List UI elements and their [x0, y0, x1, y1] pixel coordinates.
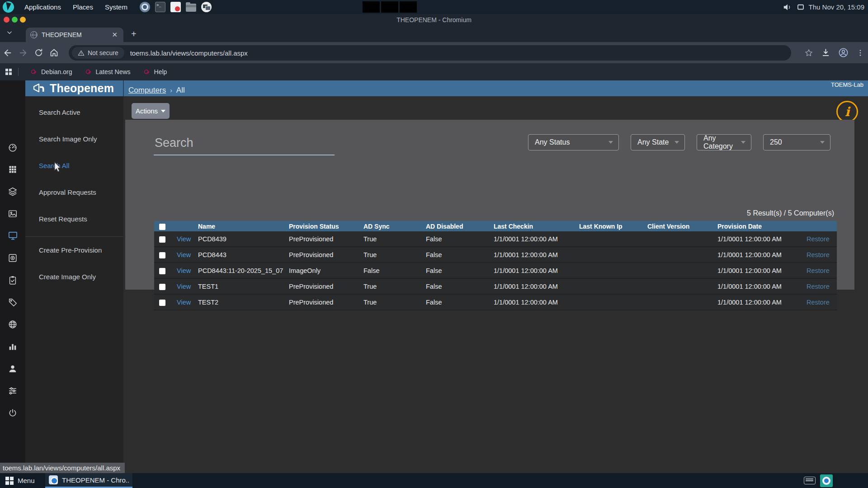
bookmark-debian-org[interactable]: Debian.org	[24, 68, 79, 75]
table-row: View TEST2 PreProvisioned True False 1/1…	[154, 295, 837, 310]
terminal-launcher-icon[interactable]: >_	[155, 2, 165, 12]
column-header-provision-date[interactable]: Provision Date	[716, 223, 805, 230]
taskbar-task-button[interactable]: THEOPENEM - Chro...	[45, 473, 132, 488]
column-header-last-checkin[interactable]: Last Checkin	[492, 223, 577, 230]
keyboard-icon[interactable]	[804, 477, 816, 484]
row-checkbox[interactable]	[159, 252, 165, 258]
category-filter[interactable]: Any Category	[697, 134, 751, 150]
workspace-3[interactable]	[400, 1, 417, 13]
volume-icon[interactable]	[783, 2, 793, 12]
search-input[interactable]	[154, 134, 335, 155]
user-icon[interactable]	[0, 357, 25, 380]
tag-icon[interactable]	[0, 291, 25, 313]
globe-icon[interactable]	[0, 313, 25, 335]
row-checkbox[interactable]	[159, 268, 165, 274]
disk-image-icon[interactable]	[0, 247, 25, 269]
chromium-launcher-icon[interactable]	[140, 2, 150, 12]
security-chip[interactable]: Not secure	[72, 47, 124, 59]
computers-monitor-icon[interactable]	[0, 225, 25, 247]
taskbar-tray	[804, 473, 833, 488]
image-frame-icon[interactable]	[0, 202, 25, 225]
view-link[interactable]: View	[175, 283, 196, 290]
forward-button[interactable]	[15, 48, 31, 58]
window-minimize-button[interactable]	[12, 17, 18, 23]
view-link[interactable]: View	[175, 299, 196, 306]
row-checkbox[interactable]	[159, 284, 165, 290]
text-editor-launcher-icon[interactable]	[170, 2, 181, 12]
page-size-filter[interactable]: 250	[763, 134, 830, 150]
restore-link[interactable]: Restore	[805, 299, 837, 306]
downloads-icon[interactable]	[821, 48, 830, 57]
back-button[interactable]	[0, 48, 15, 58]
tab-close-icon[interactable]: ✕	[110, 31, 119, 39]
bookmark-help[interactable]: Help	[137, 68, 174, 75]
profile-icon[interactable]	[838, 47, 849, 58]
column-header-client-version[interactable]: Client Version	[646, 223, 716, 230]
cell-provision-date: 1/1/0001 12:00:00 AM	[716, 251, 805, 258]
workspace-1[interactable]	[363, 1, 380, 13]
new-tab-button[interactable]: +	[131, 29, 137, 39]
browser-menu-icon[interactable]	[856, 49, 864, 57]
column-header-name[interactable]: Name	[196, 223, 287, 230]
url-text[interactable]: toems.lab.lan/views/computers/all.aspx	[130, 49, 248, 57]
view-link[interactable]: View	[175, 267, 196, 274]
window-close-button[interactable]	[4, 17, 9, 23]
power-icon[interactable]	[0, 402, 25, 424]
sidebar-item-search-active[interactable]: Search Active	[25, 99, 123, 126]
sidebar-item-approval-requests[interactable]: Approval Requests	[25, 179, 123, 206]
column-header-ad-sync[interactable]: AD Sync	[362, 223, 424, 230]
restore-link[interactable]: Restore	[805, 235, 837, 243]
sidebar-item-create-image-only[interactable]: Create Image Only	[25, 263, 123, 290]
select-all-checkbox[interactable]	[159, 224, 165, 230]
column-header-provision-status[interactable]: Provision Status	[287, 223, 362, 230]
column-header-last-known-ip[interactable]: Last Known Ip	[577, 223, 646, 230]
reload-button[interactable]	[31, 48, 46, 57]
taskbar-menu-button[interactable]: Menu	[0, 473, 40, 488]
applications-menu[interactable]: Applications	[19, 0, 67, 14]
sliders-icon[interactable]	[0, 380, 25, 402]
cell-provision-date: 1/1/0001 12:00:00 AM	[716, 235, 805, 243]
file-manager-launcher-icon[interactable]	[186, 4, 196, 12]
places-menu[interactable]: Places	[67, 0, 99, 14]
row-checkbox[interactable]	[159, 236, 165, 243]
column-header-ad-disabled[interactable]: AD Disabled	[424, 223, 492, 230]
display-settings-icon[interactable]	[797, 3, 805, 11]
distro-logo-icon[interactable]	[3, 1, 14, 13]
window-maximize-button[interactable]	[20, 17, 26, 23]
remote-viewer-launcher-icon[interactable]	[201, 2, 212, 12]
sidebar-item-create-pre-provision[interactable]: Create Pre-Provision	[25, 237, 123, 263]
home-button[interactable]	[46, 48, 61, 57]
sidebar-item-search-image-only[interactable]: Search Image Only	[25, 126, 123, 152]
address-bar[interactable]: Not secure toems.lab.lan/views/computers…	[69, 45, 791, 61]
cell-name: PCD8443	[196, 251, 287, 258]
clipboard-check-icon[interactable]	[0, 269, 25, 291]
mouse-cursor	[54, 162, 63, 174]
chromium-tray-icon[interactable]	[820, 474, 833, 487]
view-link[interactable]: View	[175, 235, 196, 243]
breadcrumb-computers-link[interactable]: Computers	[128, 86, 166, 95]
restore-link[interactable]: Restore	[805, 251, 837, 258]
apps-grid-icon[interactable]	[0, 158, 25, 180]
layers-icon[interactable]	[0, 180, 25, 202]
bookmark-latest-news[interactable]: Latest News	[79, 68, 137, 75]
panel-clock[interactable]: Thu Nov 20, 15:09	[809, 3, 864, 11]
actions-button[interactable]: Actions	[132, 103, 170, 119]
view-link[interactable]: View	[175, 251, 196, 258]
info-button[interactable]: i	[836, 101, 858, 122]
bar-chart-icon[interactable]	[0, 335, 25, 357]
status-filter[interactable]: Any Status	[528, 134, 619, 150]
restore-link[interactable]: Restore	[805, 283, 837, 290]
restore-link[interactable]: Restore	[805, 267, 837, 274]
workspace-2[interactable]	[381, 1, 398, 13]
browser-tab[interactable]: THEOPENEM ✕	[26, 28, 123, 42]
sidebar-item-reset-requests[interactable]: Reset Requests	[25, 206, 123, 232]
theopenem-brand[interactable]: Theopenem	[33, 80, 114, 96]
state-filter[interactable]: Any State	[631, 134, 685, 150]
dashboard-gauge-icon[interactable]	[0, 136, 25, 158]
row-checkbox[interactable]	[159, 300, 165, 306]
tab-search-chevron-icon[interactable]	[6, 29, 13, 36]
bookmark-star-icon[interactable]	[804, 48, 813, 57]
apps-shortcut-icon[interactable]	[5, 69, 12, 75]
system-menu[interactable]: System	[99, 0, 133, 14]
sidebar-item-search-all[interactable]: Search All	[25, 152, 123, 179]
